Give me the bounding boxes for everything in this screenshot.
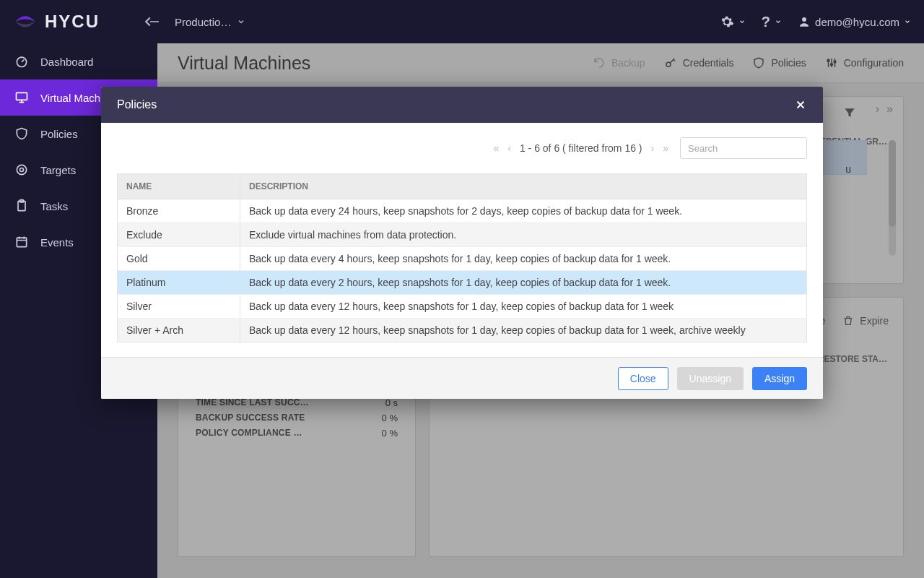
help-menu[interactable]: ? <box>762 14 782 30</box>
sidebar-item-label: Tasks <box>40 200 68 212</box>
table-row[interactable]: ExcludeExclude virtual machines from dat… <box>118 223 806 247</box>
column-header-description[interactable]: DESCRIPTION <box>240 174 806 199</box>
modal-toolbar: « ‹ 1 - 6 of 6 ( filtered from 16 ) › » <box>101 123 823 173</box>
modal-footer: Close Unassign Assign <box>101 357 823 399</box>
back-button[interactable] <box>140 12 160 32</box>
policy-description: Back up data every 12 hours, keep snapsh… <box>240 295 806 318</box>
logo-mark-icon <box>13 9 38 34</box>
policy-name: Silver + Arch <box>118 319 240 342</box>
policies-modal: Policies « ‹ 1 - 6 of 6 ( filtered from … <box>101 87 823 399</box>
unassign-button: Unassign <box>677 367 744 390</box>
pager-next-icon[interactable]: › <box>651 142 655 154</box>
svg-point-4 <box>20 168 24 172</box>
modal-title: Policies <box>117 98 157 111</box>
close-button[interactable]: Close <box>618 367 668 390</box>
help-icon: ? <box>762 14 770 30</box>
pager-first-icon[interactable]: « <box>493 142 499 154</box>
modal-close-button[interactable] <box>794 98 807 111</box>
target-icon <box>14 163 29 177</box>
table-row[interactable]: SilverBack up data every 12 hours, keep … <box>118 295 806 319</box>
user-icon <box>798 15 811 28</box>
policy-description: Exclude virtual machines from data prote… <box>240 223 806 246</box>
monitor-icon <box>14 90 29 105</box>
user-email: demo@hycu.com <box>815 16 899 28</box>
svg-point-3 <box>17 165 26 174</box>
chevron-down-icon <box>904 18 911 25</box>
sidebar-item-label: Dashboard <box>40 56 93 68</box>
gauge-icon <box>14 54 29 69</box>
policy-name: Silver <box>118 295 240 318</box>
policy-name: Platinum <box>118 271 240 294</box>
table-row[interactable]: PlatinumBack up data every 2 hours, keep… <box>118 271 806 295</box>
table-row[interactable]: BronzeBack up data every 24 hours, keep … <box>118 199 806 223</box>
policies-table: NAME DESCRIPTION BronzeBack up data ever… <box>117 173 807 342</box>
project-label: Productio… <box>175 16 231 28</box>
project-selector[interactable]: Productio… <box>175 16 245 28</box>
calendar-icon <box>14 235 29 249</box>
settings-menu[interactable] <box>720 14 746 29</box>
policy-description: Back up data every 2 hours, keep snapsho… <box>240 271 806 294</box>
table-header-row: NAME DESCRIPTION <box>118 174 806 199</box>
chevron-down-icon <box>738 18 746 25</box>
pager: « ‹ 1 - 6 of 6 ( filtered from 16 ) › » <box>493 142 668 154</box>
logo[interactable]: HYCU <box>13 9 100 34</box>
policy-name: Exclude <box>118 223 240 246</box>
policy-description: Back up data every 4 hours, keep snapsho… <box>240 247 806 270</box>
svg-rect-2 <box>17 92 27 100</box>
policy-description: Back up data every 24 hours, keep snapsh… <box>240 199 806 223</box>
sidebar-item-label: Policies <box>40 128 78 140</box>
column-header-name[interactable]: NAME <box>118 174 240 199</box>
sidebar-item-dashboard[interactable]: Dashboard <box>0 43 157 79</box>
sidebar-item-label: Events <box>40 236 74 249</box>
modal-header: Policies <box>101 87 823 123</box>
pager-prev-icon[interactable]: ‹ <box>507 142 511 154</box>
policy-description: Back up data every 12 hours, keep snapsh… <box>240 319 806 342</box>
brand-text: HYCU <box>45 12 100 32</box>
policy-name: Gold <box>118 247 240 270</box>
search-input[interactable] <box>680 137 807 159</box>
svg-rect-7 <box>17 238 26 247</box>
table-row[interactable]: Silver + ArchBack up data every 12 hours… <box>118 319 806 342</box>
assign-button[interactable]: Assign <box>752 367 807 390</box>
topbar: HYCU Productio… ? demo@hycu.com <box>0 0 924 43</box>
policy-name: Bronze <box>118 199 240 223</box>
svg-point-0 <box>802 17 806 22</box>
chevron-down-icon <box>775 18 782 25</box>
topbar-right: ? demo@hycu.com <box>720 14 911 30</box>
close-icon <box>794 98 807 111</box>
gear-icon <box>720 14 734 29</box>
user-menu[interactable]: demo@hycu.com <box>798 15 911 28</box>
chevron-down-icon <box>237 17 245 26</box>
pager-text: 1 - 6 of 6 ( filtered from 16 ) <box>520 142 642 154</box>
sidebar-item-label: Targets <box>40 164 76 176</box>
pager-last-icon[interactable]: » <box>663 142 668 154</box>
shield-icon <box>14 126 29 141</box>
clipboard-icon <box>14 199 29 213</box>
table-row[interactable]: GoldBack up data every 4 hours, keep sna… <box>118 247 806 271</box>
